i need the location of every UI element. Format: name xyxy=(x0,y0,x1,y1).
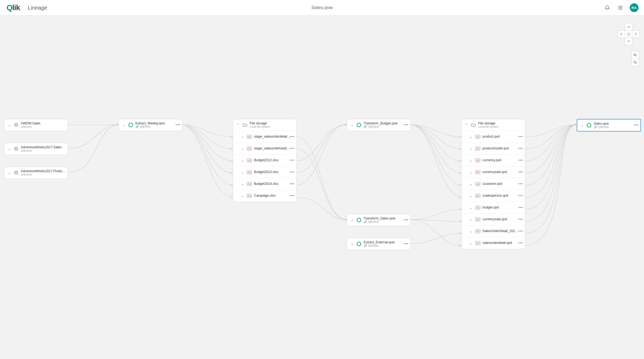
node-menu-icon[interactable]: ••• xyxy=(404,123,409,127)
file-row[interactable]: ⌄customer.qvd••• xyxy=(462,178,525,190)
expand-toggle[interactable]: ⌄ xyxy=(468,181,474,187)
file-row[interactable]: ⌄currency.qvd••• xyxy=(462,154,525,166)
file-row[interactable]: ⌄ Budget2012.xlsx ••• xyxy=(233,154,296,166)
expand-toggle[interactable]: ⌄ xyxy=(7,146,12,152)
nav-right-button[interactable] xyxy=(632,30,640,38)
expand-toggle[interactable]: ⌄ xyxy=(240,193,245,199)
row-menu-icon[interactable]: ••• xyxy=(290,158,295,162)
node-menu-icon[interactable]: ••• xyxy=(634,123,639,127)
expand-toggle[interactable]: ⌄ xyxy=(7,170,12,176)
svg-rect-3 xyxy=(618,7,619,8)
expand-toggle[interactable]: ⌄ xyxy=(468,146,474,151)
file-row[interactable]: ⌄currencyrate.qvd••• xyxy=(462,166,525,178)
apps-grid-icon[interactable] xyxy=(617,4,624,12)
svg-rect-1 xyxy=(620,6,621,7)
expand-toggle[interactable]: ⌄ xyxy=(579,123,585,128)
lineage-canvas[interactable]: ⌄ AWDW.Sales unknown ⌄ AdventureWorks201… xyxy=(0,15,644,359)
notifications-icon[interactable] xyxy=(603,4,611,12)
node-title: Extract_External.qvw xyxy=(364,241,410,244)
row-menu-icon[interactable]: ••• xyxy=(290,146,295,151)
row-menu-icon[interactable]: ••• xyxy=(290,193,295,198)
expand-toggle[interactable]: ⌄ xyxy=(240,158,245,163)
avatar-initials: RA xyxy=(632,6,637,10)
expand-toggle[interactable]: ⌄ xyxy=(468,158,474,163)
expand-toggle[interactable]: ⌄ xyxy=(240,169,245,175)
nav-left-button[interactable] xyxy=(618,30,625,38)
row-menu-icon[interactable]: ••• xyxy=(518,229,523,233)
file-row[interactable]: ⌄ stage_salesorderhead… ••• xyxy=(233,143,296,154)
row-menu-icon[interactable]: ••• xyxy=(518,193,523,198)
row-menu-icon[interactable]: ••• xyxy=(290,134,295,139)
node-title: Extract_Weekly.qvw xyxy=(135,122,182,125)
file-row[interactable]: ⌄ Budget2013.xlsx ••• xyxy=(233,166,296,178)
file-row[interactable]: ⌄productmodel.qvd••• xyxy=(462,143,525,154)
collapse-toggle[interactable]: ⌃ xyxy=(464,122,469,128)
row-menu-icon[interactable]: ••• xyxy=(290,170,295,174)
expand-toggle[interactable]: ⌄ xyxy=(468,193,474,199)
node-extract-weekly[interactable]: ⌄ Extract_Weekly.qvw 🔗QlikView ••• xyxy=(119,119,182,131)
row-menu-icon[interactable]: ••• xyxy=(518,205,523,210)
file-row[interactable]: ⌄ Campaign.xlsx ••• xyxy=(233,190,296,202)
expand-toggle[interactable]: ⌄ xyxy=(468,229,474,234)
expand-toggle[interactable]: ⌄ xyxy=(240,134,245,140)
expand-toggle[interactable]: ⌄ xyxy=(468,169,474,175)
file-row[interactable]: ⌄salesorderdetail.qvd••• xyxy=(462,237,525,249)
expand-toggle[interactable]: ⌄ xyxy=(468,205,474,210)
expand-toggle[interactable]: ⌄ xyxy=(121,122,127,128)
qlik-app-icon xyxy=(128,122,134,128)
node-menu-icon[interactable]: ••• xyxy=(175,123,180,127)
expand-toggle[interactable]: ⌄ xyxy=(349,217,355,223)
row-menu-icon[interactable]: ••• xyxy=(518,217,523,221)
expand-toggle[interactable]: ⌄ xyxy=(240,146,245,151)
expand-toggle[interactable]: ⌄ xyxy=(468,134,474,140)
collapse-toggle[interactable]: ⌃ xyxy=(235,122,241,128)
node-source-adventureworks-sales[interactable]: ⌄ AdventureWorks2017.Sales unknown xyxy=(4,143,68,155)
node-sales-qvw[interactable]: ⌄ Sales.qvw 🔗QlikView ••• xyxy=(577,119,641,132)
logo-letter-q: Q xyxy=(7,3,12,12)
file-row[interactable]: ⌄product.qvd••• xyxy=(462,131,525,143)
row-menu-icon[interactable]: ••• xyxy=(518,158,523,162)
zoom-in-button[interactable] xyxy=(631,51,639,59)
expand-toggle[interactable]: ⌄ xyxy=(240,181,245,187)
row-menu-icon[interactable]: ••• xyxy=(518,182,523,186)
file-row[interactable]: ⌄ Budget2014.xlsx ••• xyxy=(233,178,296,190)
node-extract-external[interactable]: ⌄ Extract_External.qvw 🔗QlikView ••• xyxy=(347,238,411,250)
node-title: File storage xyxy=(478,122,525,125)
file-row[interactable]: ⌄currencyrate.qvd••• xyxy=(462,213,525,225)
nav-home-button[interactable] xyxy=(625,30,632,38)
data-file-icon xyxy=(475,157,481,163)
row-menu-icon[interactable]: ••• xyxy=(290,182,295,186)
expand-toggle[interactable]: ⌄ xyxy=(468,217,474,222)
node-menu-icon[interactable]: ••• xyxy=(404,218,409,222)
file-row[interactable]: ⌄vsalesperson.qvd••• xyxy=(462,190,525,202)
node-menu-icon[interactable]: ••• xyxy=(404,241,409,246)
node-source-awdw-sales[interactable]: ⌄ AWDW.Sales unknown xyxy=(4,119,68,131)
node-file-storage-1[interactable]: ⌃ File storage Local file system ⌄ stage… xyxy=(233,119,297,202)
user-avatar[interactable]: RA xyxy=(630,3,639,12)
svg-rect-4 xyxy=(620,7,621,8)
zoom-out-button[interactable] xyxy=(631,59,639,66)
row-menu-icon[interactable]: ••• xyxy=(518,241,523,245)
node-title: Sales.qvw xyxy=(594,122,640,126)
node-source-adventureworks-product[interactable]: ⌄ AdventureWorks2017.Produ… unknown xyxy=(4,167,68,179)
expand-toggle[interactable]: ⌄ xyxy=(349,241,355,247)
data-file-icon xyxy=(475,146,481,152)
row-menu-icon[interactable]: ••• xyxy=(518,146,523,151)
row-menu-icon[interactable]: ••• xyxy=(518,170,523,174)
node-transform-sales[interactable]: ⌄ Transform_Sales.qvw 🔗QlikView ••• xyxy=(347,214,411,226)
node-transform-budget[interactable]: ⌄ Transform_Budget.qvw 🔗QlikView ••• xyxy=(347,119,411,131)
expand-toggle[interactable]: ⌄ xyxy=(7,122,12,128)
node-file-storage-2[interactable]: ⌃ File storage Local file system ⌄produc… xyxy=(461,119,525,249)
nav-down-button[interactable] xyxy=(625,37,632,45)
node-title: File storage xyxy=(250,122,296,125)
expand-toggle[interactable]: ⌄ xyxy=(349,122,355,128)
row-menu-icon[interactable]: ••• xyxy=(518,134,523,139)
expand-toggle[interactable]: ⌄ xyxy=(468,240,474,246)
data-file-icon xyxy=(246,169,252,175)
file-row[interactable]: ⌄ stage_salesorderdetail… ••• xyxy=(233,131,296,143)
nav-up-button[interactable] xyxy=(625,23,632,31)
file-row[interactable]: ⌄budget.qvd••• xyxy=(462,202,525,213)
node-subtitle: 🔗QlikView xyxy=(135,125,182,128)
link-icon: 🔗 xyxy=(364,244,367,247)
file-row[interactable]: ⌄SalesOrderDetail_202…••• xyxy=(462,225,525,237)
